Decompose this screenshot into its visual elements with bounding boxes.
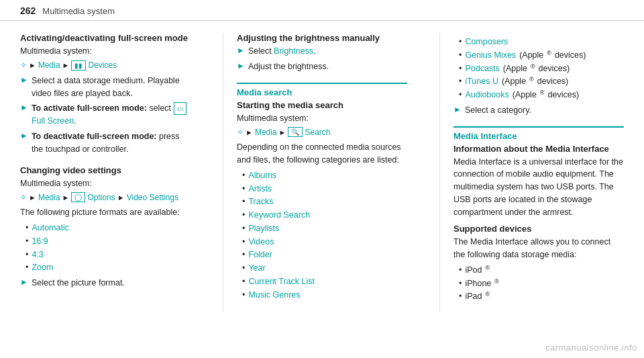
nav-options-icon: ◯: [71, 192, 85, 202]
step-activate-fullscreen: ► To activate full-screen mode: select ▭…: [20, 102, 191, 128]
step-select-storage: ► Select a data storage medium. Playable…: [20, 75, 191, 100]
cat-genius-mixes: Genius Mixes (Apple® devices): [459, 49, 624, 62]
format-zoom-link[interactable]: Zoom: [32, 261, 53, 274]
cat-videos-link[interactable]: Videos: [248, 236, 274, 249]
format-automatic: Automatic: [25, 222, 191, 234]
supported-devices-heading: Supported devices: [453, 224, 624, 234]
nav-video-settings-link[interactable]: Video Settings: [127, 193, 178, 202]
column-1: Activating/deactivating full-screen mode…: [20, 33, 209, 312]
step-deactivate-fullscreen: ► To deactivate full-screen mode: press …: [20, 130, 191, 156]
nav-key-icon-3: ✧: [237, 128, 244, 137]
cat-artists-link[interactable]: Artists: [248, 183, 272, 195]
cat-albums-link[interactable]: Albums: [248, 169, 276, 182]
cat-folder-link[interactable]: Folder: [248, 249, 272, 261]
section-video-settings-title: Changing video settings: [20, 165, 191, 175]
step-select-category: ► Select a category.: [453, 104, 624, 117]
divider-2: [439, 33, 440, 312]
cat-podcasts: Podcasts (Apple® devices): [459, 62, 624, 75]
select-category-text: Select a category.: [465, 104, 531, 117]
cat-year: Year: [242, 262, 407, 275]
arrow-icon-5: ►: [237, 46, 245, 55]
brightness-link[interactable]: Brightness: [274, 46, 313, 56]
step-select-brightness: ► Select Brightness.: [237, 45, 407, 58]
nav-options-link[interactable]: Options: [87, 193, 115, 202]
nav-devices-link[interactable]: Devices: [88, 60, 117, 70]
nav-media-link-3[interactable]: Media: [255, 128, 277, 137]
page-title: Multimedia system: [42, 6, 115, 16]
col3-categories-list: Composers Genius Mixes (Apple® devices) …: [459, 36, 624, 101]
content-area: Activating/deactivating full-screen mode…: [0, 21, 644, 324]
cat-itunes-u: iTunes U (Apple® devices): [459, 75, 624, 88]
format-zoom: Zoom: [25, 261, 191, 274]
fullscreen-link[interactable]: Full Screen: [32, 116, 74, 126]
cat-playlists: Playlists: [242, 222, 407, 235]
cat-composers: Composers: [459, 36, 624, 48]
format-16-9-link[interactable]: 16:9: [32, 235, 48, 248]
deactivate-label: To deactivate full-screen mode:: [32, 132, 157, 141]
format-automatic-link[interactable]: Automatic: [32, 222, 69, 234]
media-interface-heading: Media Interface: [453, 131, 624, 141]
page-header: 262 Multimedia system: [0, 0, 644, 21]
watermark: carmanualsonline.info: [545, 343, 637, 353]
section-media-search: Media search Starting the media search M…: [237, 83, 407, 302]
cat-playlists-link[interactable]: Playlists: [248, 222, 279, 235]
arrow-icon-6: ►: [237, 61, 245, 71]
cat-genius-mixes-link[interactable]: Genius Mixes: [465, 49, 516, 62]
section-media-interface: Media Interface Information about the Me…: [453, 126, 624, 304]
nav-search-link[interactable]: Search: [305, 128, 330, 137]
arrow-icon-2: ►: [20, 103, 28, 112]
cat-tracks-link[interactable]: Tracks: [248, 195, 273, 208]
supported-devices-body: The Media Interface allows you to connec…: [453, 236, 624, 261]
select-format-text: Select the picture format.: [32, 277, 125, 289]
format-4-3-link[interactable]: 4:3: [32, 249, 43, 261]
section-video-settings: Changing video settings Multimedia syste…: [20, 165, 191, 289]
nav-path-options: ✧ ► Media ► ◯ Options ► Video Settings: [20, 192, 191, 202]
cat-tracks: Tracks: [242, 195, 407, 208]
cat-videos: Videos: [242, 236, 407, 249]
categories-list: Albums Artists Tracks Keyword Search Pla…: [242, 169, 407, 302]
cat-artists: Artists: [242, 183, 407, 195]
section-video-settings-intro: Multimedia system:: [20, 177, 191, 190]
media-search-rule: [237, 83, 407, 84]
cat-audiobooks-link[interactable]: Audiobooks: [465, 89, 508, 101]
cat-itunes-u-link[interactable]: iTunes U: [465, 75, 498, 88]
cat-albums: Albums: [242, 169, 407, 182]
section-col3-bullets: Composers Genius Mixes (Apple® devices) …: [453, 36, 624, 117]
device-ipad: iPad®: [459, 290, 624, 303]
media-interface-title: Information about the Media Interface: [453, 144, 624, 154]
media-search-heading: Media search: [237, 87, 407, 97]
nav-path-search: ✧ ► Media ► 🔍 Search: [237, 127, 407, 137]
nav-media-link[interactable]: Media: [38, 60, 60, 70]
arrow-icon-4: ►: [20, 277, 28, 287]
step-adjust-brightness: ► Adjust the brightness.: [237, 60, 407, 73]
cat-current-track-list: Current Track List: [242, 275, 407, 288]
fullscreen-icon: ▭: [174, 102, 186, 115]
cat-composers-link[interactable]: Composers: [465, 36, 508, 48]
cat-year-link[interactable]: Year: [248, 262, 265, 275]
video-formats-intro: The following picture formats are availa…: [20, 206, 191, 219]
media-search-body: Depending on the connected media sources…: [237, 141, 407, 167]
nav-key-icon-2: ✧: [20, 193, 27, 202]
cat-current-track-list-link[interactable]: Current Track List: [248, 275, 315, 288]
cat-keyword-search-link[interactable]: Keyword Search: [248, 209, 310, 222]
media-interface-body: Media Interface is a universal interface…: [453, 156, 624, 219]
media-interface-rule: [453, 126, 624, 128]
cat-music-genres-link[interactable]: Music Genres: [248, 289, 300, 302]
arrow-icon-3: ►: [20, 131, 28, 140]
divider-1: [223, 33, 223, 312]
section-fullscreen-title: Activating/deactivating full-screen mode: [20, 33, 191, 43]
cat-folder: Folder: [242, 249, 407, 261]
format-4-3: 4:3: [25, 249, 191, 261]
device-ipod: iPod®: [459, 264, 624, 277]
cat-podcasts-link[interactable]: Podcasts: [465, 62, 499, 75]
device-iphone: iPhone®: [459, 277, 624, 290]
column-2: Adjusting the brightness manually ► Sele…: [237, 33, 426, 312]
nav-search-icon: 🔍: [288, 127, 303, 137]
nav-devices-icon: ▮▮: [71, 60, 86, 71]
cat-music-genres: Music Genres: [242, 289, 407, 302]
nav-media-link-2[interactable]: Media: [38, 193, 60, 202]
step-select-format: ► Select the picture format.: [20, 277, 191, 289]
media-search-intro: Multimedia system:: [237, 112, 407, 125]
nav-path-media-devices: ✧ ► Media ► ▮▮ Devices: [20, 60, 191, 71]
media-search-title: Starting the media search: [237, 100, 407, 110]
